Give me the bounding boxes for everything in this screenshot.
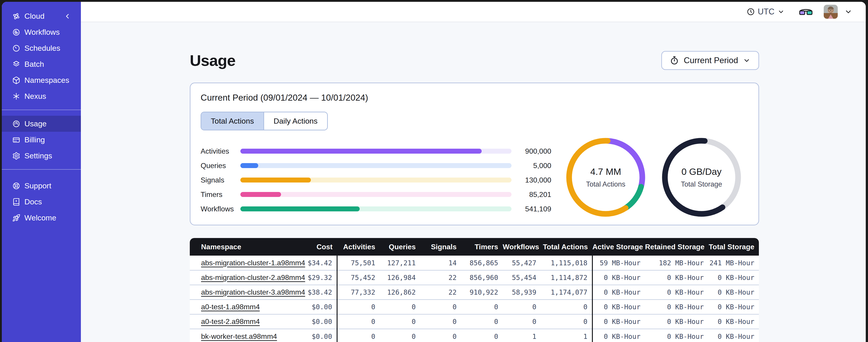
- sidebar: CloudWorkflowsSchedulesBatchNamespacesNe…: [2, 2, 81, 342]
- topbar: UTC: [81, 2, 866, 22]
- cell-total-storage: 241 MB-Hour: [708, 255, 759, 270]
- tab-daily-actions[interactable]: Daily Actions: [264, 112, 327, 130]
- support-icon: [12, 182, 20, 190]
- sidebar-item-label: Nexus: [24, 92, 46, 101]
- namespace-link[interactable]: bk-worker-test.a98mm4: [201, 332, 277, 340]
- settings-icon: [12, 152, 20, 160]
- sidebar-item-label: Namespaces: [24, 76, 69, 84]
- cell-queries: 126,862: [380, 285, 420, 300]
- cell-retained-storage: 0 KB-Hour: [645, 314, 708, 329]
- sidebar-item-welcome[interactable]: Welcome: [2, 210, 81, 226]
- table-row: abs-migration-cluster-2.a98mm4$29.3275,4…: [190, 270, 759, 285]
- bar-value: 85,201: [512, 191, 551, 199]
- cell-activities: 75,501: [337, 255, 380, 270]
- sidebar-item-nexus[interactable]: Nexus: [2, 88, 81, 104]
- sidebar-item-schedules[interactable]: Schedules: [2, 40, 81, 56]
- cell-activities: 75,452: [337, 270, 380, 285]
- cell-namespace: abs-migration-cluster-2.a98mm4: [190, 270, 291, 285]
- welcome-icon: [12, 214, 20, 222]
- cell-active-storage: 0 KB-Hour: [592, 329, 645, 342]
- sidebar-item-namespaces[interactable]: Namespaces: [2, 72, 81, 88]
- bar-fill: [240, 206, 360, 211]
- namespace-link[interactable]: abs-migration-cluster-3.a98mm4: [201, 288, 305, 296]
- bar-label: Activities: [200, 147, 240, 156]
- bar-label: Signals: [200, 176, 240, 184]
- cell-workflows: 0: [503, 300, 541, 314]
- bar-fill: [240, 192, 281, 197]
- bar-fill: [240, 149, 482, 153]
- cell-activities: 0: [337, 300, 380, 314]
- cell-signals: 22: [420, 270, 461, 285]
- bar-label: Queries: [200, 162, 240, 170]
- cell-total-actions: 1: [541, 329, 592, 342]
- cell-signals: 0: [420, 300, 461, 314]
- namespace-link[interactable]: abs-migration-cluster-2.a98mm4: [201, 273, 305, 281]
- app-window: CloudWorkflowsSchedulesBatchNamespacesNe…: [2, 2, 866, 342]
- usage-summary-panel: Current Period (09/01/2024 — 10/01/2024)…: [190, 82, 759, 226]
- cell-retained-storage: 0 KB-Hour: [645, 300, 708, 314]
- namespace-link[interactable]: a0-test-1.a98mm4: [201, 303, 260, 311]
- sidebar-item-batch[interactable]: Batch: [2, 56, 81, 72]
- chevron-down-icon: [743, 57, 751, 65]
- cell-queries: 0: [380, 329, 420, 342]
- table-row: abs-migration-cluster-3.a98mm4$38.4277,3…: [190, 285, 759, 300]
- sidebar-item-cloud[interactable]: Cloud: [2, 8, 81, 24]
- namespaces-icon: [12, 76, 20, 84]
- sidebar-item-label: Workflows: [24, 28, 60, 37]
- cell-active-storage: 59 MB-Hour: [592, 255, 645, 270]
- sidebar-item-settings[interactable]: Settings: [2, 148, 81, 164]
- avatar[interactable]: [824, 5, 838, 19]
- cell-namespace: a0-test-2.a98mm4: [190, 314, 291, 329]
- cell-workflows: 55,427: [503, 255, 541, 270]
- cell-workflows: 1: [503, 329, 541, 342]
- sidebar-item-label: Batch: [24, 60, 44, 69]
- cell-workflows: 55,454: [503, 270, 541, 285]
- cell-namespace: a0-test-1.a98mm4: [190, 300, 291, 314]
- usage-icon: [12, 120, 20, 128]
- namespace-link[interactable]: abs-migration-cluster-1.a98mm4: [201, 259, 305, 267]
- column-header-total-actions: Total Actions: [541, 238, 592, 255]
- cell-queries: 0: [380, 314, 420, 329]
- sidebar-item-support[interactable]: Support: [2, 178, 81, 194]
- column-header-namespace: Namespace: [190, 238, 291, 255]
- cell-total-actions: 0: [541, 300, 592, 314]
- tab-total-actions[interactable]: Total Actions: [201, 112, 264, 130]
- panel-title: Current Period (09/01/2024 — 10/01/2024): [200, 93, 748, 103]
- bar-track: [240, 192, 512, 197]
- column-header-queries: Queries: [380, 238, 420, 255]
- sidebar-item-workflows[interactable]: Workflows: [2, 24, 81, 40]
- cell-activities: 0: [337, 329, 380, 342]
- sidebar-item-label: Support: [24, 181, 51, 190]
- cell-signals: 0: [420, 314, 461, 329]
- donut-value: 4.7 MM: [590, 167, 621, 177]
- avatar-image: [824, 5, 838, 19]
- sidebar-item-billing[interactable]: Billing: [2, 132, 81, 148]
- account-menu-toggle[interactable]: [844, 7, 852, 16]
- sidebar-divider: [2, 110, 81, 110]
- cell-cost: $0.00: [291, 314, 337, 329]
- timezone-selector[interactable]: UTC: [746, 7, 785, 16]
- bar-track: [240, 206, 512, 211]
- glasses-icon: [799, 7, 813, 16]
- table-row: abs-migration-cluster-1.a98mm4$34.4275,5…: [190, 255, 759, 270]
- cell-total-actions: 1,114,872: [541, 270, 592, 285]
- bar-row-timers: Timers85,201: [200, 187, 557, 202]
- column-header-timers: Timers: [461, 238, 503, 255]
- bar-row-workflows: Workflows541,109: [200, 202, 557, 216]
- sidebar-item-docs[interactable]: Docs: [2, 194, 81, 210]
- namespace-link[interactable]: a0-test-2.a98mm4: [201, 317, 260, 326]
- bar-label: Workflows: [200, 205, 240, 213]
- sidebar-item-usage[interactable]: Usage: [2, 116, 81, 132]
- cell-timers: 856,865: [461, 255, 503, 270]
- cell-timers: 910,922: [461, 285, 503, 300]
- cell-total-storage: 0 KB-Hour: [708, 285, 759, 300]
- period-selector-button[interactable]: Current Period: [661, 51, 759, 70]
- labs-glasses-toggle[interactable]: [799, 7, 813, 16]
- usage-bar-chart: Activities900,000Queries5,000Signals130,…: [200, 144, 557, 216]
- collapse-sidebar-icon: [64, 12, 71, 20]
- collapse-sidebar-button[interactable]: [64, 8, 71, 24]
- bar-row-signals: Signals130,000: [200, 173, 557, 187]
- sidebar-item-label: Schedules: [24, 44, 60, 53]
- bar-row-activities: Activities900,000: [200, 144, 557, 158]
- cell-queries: 126,984: [380, 270, 420, 285]
